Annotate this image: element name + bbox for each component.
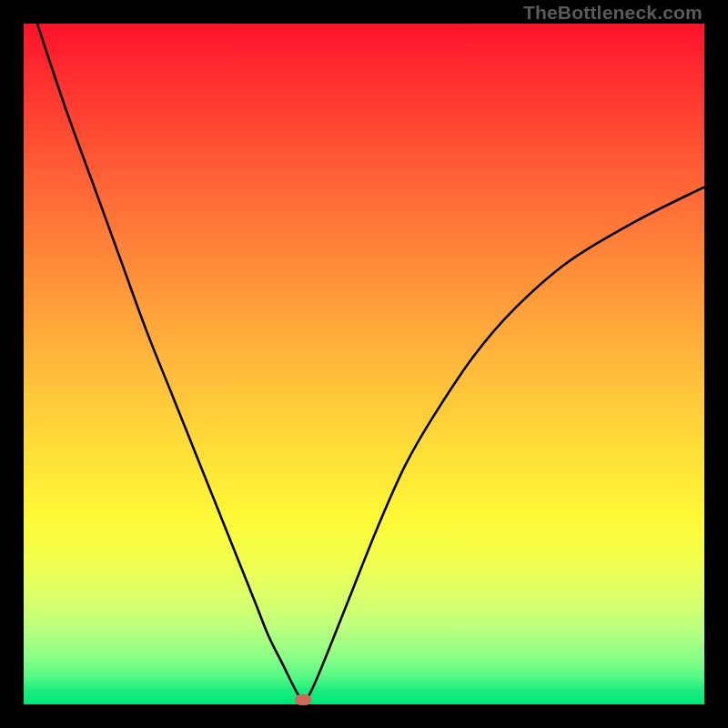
curve-path bbox=[37, 24, 704, 700]
watermark-text: TheBottleneck.com bbox=[523, 2, 703, 24]
minimum-marker-icon bbox=[295, 694, 311, 705]
outer-frame: TheBottleneck.com bbox=[0, 0, 728, 728]
plot-area bbox=[24, 24, 704, 704]
line-chart bbox=[24, 24, 704, 704]
